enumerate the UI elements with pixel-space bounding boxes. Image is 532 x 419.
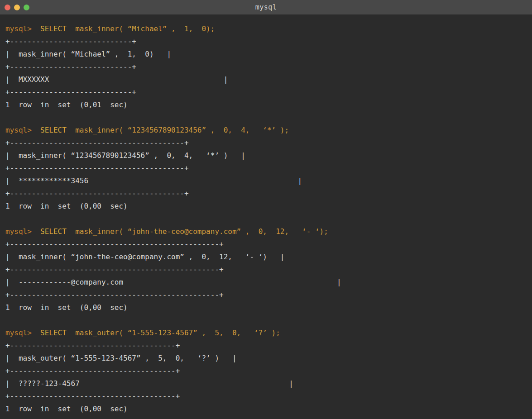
table-border-middle: +---------------------------------------…: [5, 263, 528, 276]
query-line: mysql> SELECT mask_inner( “john-the-ceo@…: [5, 225, 528, 238]
sql-keyword: SELECT: [32, 329, 75, 337]
sql-keyword: SELECT: [32, 227, 75, 236]
row-count-status: 1 row in set (0,00 sec): [5, 200, 528, 213]
table-border-bottom: +---------------------------------------…: [5, 187, 528, 200]
sql-keyword: SELECT: [32, 126, 75, 134]
table-border-top: +----------------------------+: [5, 35, 528, 48]
table-header-row: | mask_inner( “Michael” , 1, 0) |: [5, 48, 528, 61]
table-border-top: +---------------------------------------…: [5, 137, 528, 149]
query-line: mysql> SELECT mask_inner( “1234567890123…: [5, 124, 528, 137]
query-result-block: mysql> SELECT mask_outer( “1-555-123-456…: [5, 327, 528, 415]
query-line: mysql> SELECT mask_inner( “Michael” , 1,…: [5, 23, 528, 35]
table-header-row: | mask_outer( “1-555-123-4567” , 5, 0, ‘…: [5, 352, 528, 365]
mysql-prompt: mysql>: [5, 24, 32, 33]
table-border-middle: +---------------------------------------…: [5, 162, 528, 175]
table-data-row: | MXXXXXX |: [5, 73, 528, 86]
window-controls: [5, 0, 29, 14]
zoom-button[interactable]: [24, 5, 29, 10]
minimize-button[interactable]: [14, 5, 20, 10]
table-border-middle: +--------------------------------------+: [5, 365, 528, 377]
table-border-middle: +----------------------------+: [5, 61, 528, 73]
row-count-status: 1 row in set (0,00 sec): [5, 403, 528, 415]
query-line: mysql> SELECT mask_outer( “1-555-123-456…: [5, 327, 528, 339]
table-border-top: +--------------------------------------+: [5, 339, 528, 352]
query-result-block: mysql> SELECT mask_inner( “john-the-ceo@…: [5, 225, 528, 314]
table-data-row: | ************3456 |: [5, 175, 528, 187]
sql-expression: mask_outer( “1-555-123-4567” , 5, 0, ‘?’…: [75, 329, 280, 337]
mysql-prompt: mysql>: [5, 227, 32, 236]
table-header-row: | mask_inner( “1234567890123456” , 0, 4,…: [5, 149, 528, 162]
window-titlebar: mysql: [0, 0, 532, 14]
table-border-bottom: +---------------------------------------…: [5, 289, 528, 301]
table-header-row: | mask_inner( “john-the-ceo@company.com”…: [5, 251, 528, 263]
window-title: mysql: [255, 3, 277, 11]
mysql-prompt: mysql>: [5, 329, 32, 337]
close-button[interactable]: [5, 5, 10, 10]
sql-expression: mask_inner( “john-the-ceo@company.com” ,…: [75, 227, 328, 236]
mysql-prompt: mysql>: [5, 126, 32, 134]
terminal-window: mysql mysql> SELECT mask_inner( “Michael…: [0, 0, 532, 419]
sql-expression: mask_inner( “Michael” , 1, 0);: [75, 24, 215, 33]
table-border-bottom: +----------------------------+: [5, 86, 528, 99]
row-count-status: 1 row in set (0,01 sec): [5, 99, 528, 111]
table-data-row: | ------------@company.com |: [5, 276, 528, 289]
query-result-block: mysql> SELECT mask_inner( “Michael” , 1,…: [5, 23, 528, 111]
table-border-bottom: +--------------------------------------+: [5, 390, 528, 403]
query-result-block: mysql> SELECT mask_inner( “1234567890123…: [5, 124, 528, 213]
table-data-row: | ?????-123-4567 |: [5, 377, 528, 390]
table-border-top: +---------------------------------------…: [5, 238, 528, 251]
sql-expression: mask_inner( “1234567890123456” , 0, 4, ‘…: [75, 126, 289, 134]
sql-keyword: SELECT: [32, 24, 75, 33]
row-count-status: 1 row in set (0,00 sec): [5, 301, 528, 314]
terminal-content: mysql> SELECT mask_inner( “Michael” , 1,…: [0, 14, 532, 419]
